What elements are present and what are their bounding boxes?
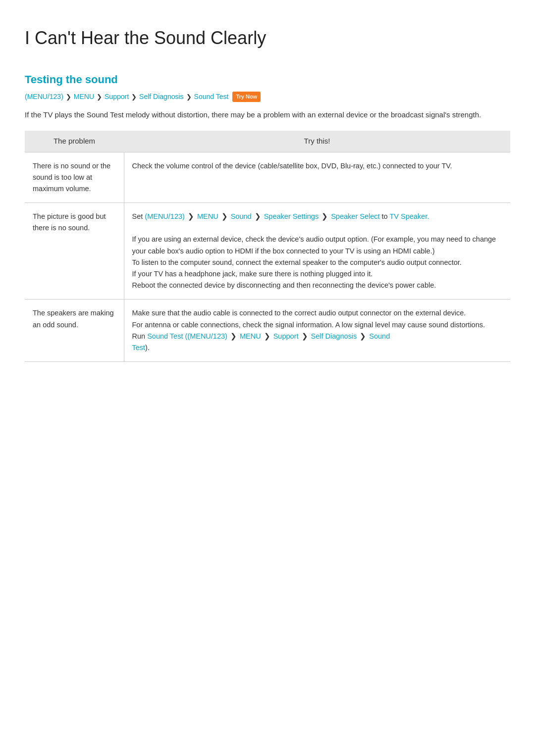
solution2-set-prefix: Set (132, 212, 145, 220)
solution2-link3[interactable]: Sound (231, 212, 252, 220)
solution-cell-2: Set (MENU/123) ❯ MENU ❯ Sound ❯ Speaker … (124, 203, 510, 300)
page-title: I Can't Hear the Sound Clearly (25, 25, 510, 51)
solution3-link-support[interactable]: Support (273, 332, 299, 340)
solution2-tvspeaker[interactable]: TV Speaker. (389, 212, 429, 220)
solution3-link-menu[interactable]: MENU (240, 332, 261, 340)
breadcrumb-menu[interactable]: MENU (74, 92, 94, 102)
problem-cell-1: There is no sound or the sound is too lo… (25, 152, 124, 203)
solution3-link-menu123[interactable]: (MENU/123) (187, 332, 227, 340)
solution3-soundtest-link[interactable]: Sound Test ( (147, 332, 187, 340)
try-now-badge[interactable]: Try Now (232, 92, 261, 102)
breadcrumb-sep1: ❯ (66, 92, 71, 102)
solution2-body: If you are using an external device, che… (132, 235, 496, 289)
breadcrumb-menu123[interactable]: (MENU/123) (25, 92, 63, 102)
solution2-link1[interactable]: (MENU/123) (145, 212, 185, 220)
breadcrumb-selfdiag[interactable]: Self Diagnosis (139, 92, 184, 102)
table-row: There is no sound or the sound is too lo… (25, 152, 510, 203)
solution3-link-selfdiag[interactable]: Self Diagnosis (311, 332, 357, 340)
solution2-link5[interactable]: Speaker Select (331, 212, 379, 220)
problem-cell-3: The speakers are making an odd sound. (25, 300, 124, 362)
breadcrumb: (MENU/123) ❯ MENU ❯ Support ❯ Self Diagn… (25, 92, 510, 102)
solution-cell-1: Check the volume control of the device (… (124, 152, 510, 203)
breadcrumb-sep4: ❯ (186, 92, 192, 102)
troubleshoot-table: The problem Try this! There is no sound … (25, 131, 510, 362)
breadcrumb-sep2: ❯ (97, 92, 102, 102)
col-solution-header: Try this! (124, 131, 510, 152)
section-title: Testing the sound (25, 71, 510, 88)
solution-cell-3: Make sure that the audio cable is connec… (124, 300, 510, 362)
breadcrumb-soundtest[interactable]: Sound Test (194, 92, 229, 102)
problem-cell-2: The picture is good but there is no soun… (25, 203, 124, 300)
table-row: The picture is good but there is no soun… (25, 203, 510, 300)
table-row: The speakers are making an odd sound. Ma… (25, 300, 510, 362)
solution2-to: to (380, 212, 390, 220)
breadcrumb-sep3: ❯ (131, 92, 137, 102)
col-problem-header: The problem (25, 131, 124, 152)
solution2-link4[interactable]: Speaker Settings (264, 212, 319, 220)
intro-text: If the TV plays the Sound Test melody wi… (25, 109, 510, 121)
breadcrumb-support[interactable]: Support (105, 92, 129, 102)
solution2-link2[interactable]: MENU (197, 212, 218, 220)
solution3-end: ). (145, 344, 150, 352)
